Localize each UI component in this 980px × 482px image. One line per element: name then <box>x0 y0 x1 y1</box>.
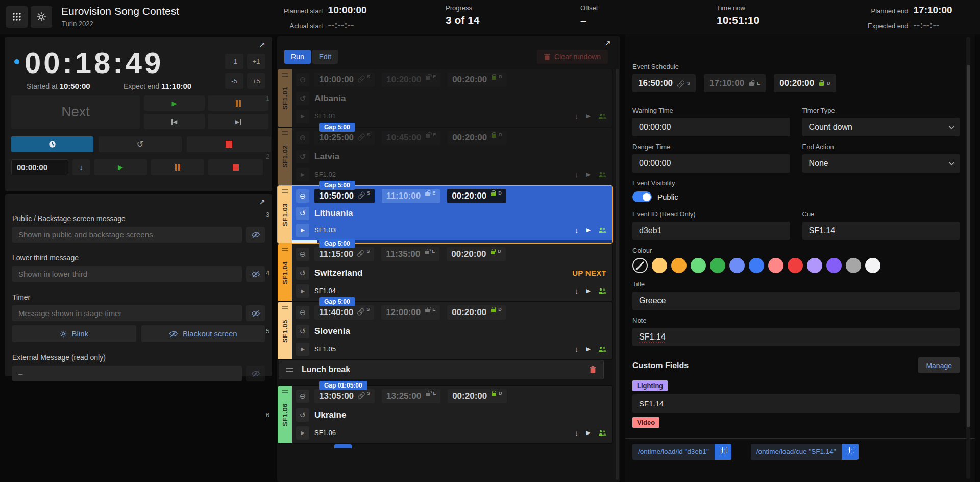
load-next-icon[interactable]: ↓ <box>575 345 579 353</box>
timer-message-input[interactable] <box>12 305 242 321</box>
event-duration[interactable]: 00:20:00D <box>447 247 506 261</box>
event-end-time[interactable]: 11:35:00E <box>381 247 439 261</box>
event-slovenia[interactable]: SF1.05 ⊖ 11:40:00S 12:00:00E 00:20:00D ↺… <box>277 302 613 360</box>
settings-button[interactable] <box>31 6 52 28</box>
note-input[interactable]: SF1.14 <box>632 328 960 346</box>
schedule-end-field[interactable]: 17:10:00E <box>704 74 766 92</box>
load-event-button[interactable]: ▶ <box>296 168 309 181</box>
expand-message-panel-icon[interactable]: ↗ <box>259 198 265 207</box>
reload-event-button[interactable]: ↺ <box>296 150 309 163</box>
swatch-colour[interactable] <box>729 258 745 273</box>
pause-button[interactable] <box>208 95 268 111</box>
event-lithuania-active[interactable]: SF1.03 ⊖ 10:50:00S 11:10:00E 00:20:00D ↺… <box>277 185 613 244</box>
external-message-visibility-button[interactable] <box>246 366 265 381</box>
tab-edit[interactable]: Edit <box>312 50 338 64</box>
collapse-event-button[interactable]: ⊖ <box>296 306 309 319</box>
load-event-button[interactable]: ▶ <box>296 224 309 237</box>
swatch-colour[interactable] <box>749 258 764 273</box>
event-end-time[interactable]: 10:20:00E <box>382 73 440 87</box>
event-drag-strip[interactable]: SF1.02 <box>278 128 292 185</box>
reload-event-button[interactable]: ↺ <box>296 325 309 338</box>
event-start-time[interactable]: 11:40:00S <box>314 305 374 320</box>
event-drag-strip[interactable]: SF1.01 <box>278 69 292 127</box>
swatch-colour[interactable] <box>807 258 822 273</box>
start-event-icon[interactable]: ▶ <box>586 287 591 294</box>
manage-custom-fields-button[interactable]: Manage <box>918 357 960 373</box>
event-start-time[interactable]: 10:50:00S <box>314 189 375 203</box>
event-duration[interactable]: 00:20:00D <box>448 131 507 145</box>
start-event-icon[interactable]: ▶ <box>586 429 591 436</box>
blink-button[interactable]: Blink <box>12 325 136 342</box>
start-event-icon[interactable]: ▶ <box>586 227 591 233</box>
event-switzerland[interactable]: SF1.04 ⊖ 11:15:00S 11:35:00E 00:20:00D ↺… <box>277 244 613 302</box>
block-lunch-break[interactable]: Lunch break <box>279 360 604 379</box>
reload-event-button[interactable]: ↺ <box>296 267 309 280</box>
load-next-icon[interactable]: ↓ <box>575 226 579 234</box>
rundown-scrollbar[interactable] <box>616 69 619 480</box>
clock-mode-button[interactable] <box>11 136 93 152</box>
copy-button[interactable] <box>842 444 859 460</box>
timer-message-visibility-button[interactable] <box>246 305 265 321</box>
event-ukraine[interactable]: SF1.06 ⊖ 13:05:00S 13:25:00E 00:20:00D ↺… <box>277 385 613 444</box>
cue-input[interactable]: SF1.14 <box>802 222 960 240</box>
event-end-time[interactable]: 11:10:00E <box>382 189 440 203</box>
aux-direction-button[interactable]: ↓ <box>72 159 90 175</box>
blackout-screen-button[interactable]: Blackout screen <box>141 325 265 342</box>
public-message-visibility-button[interactable] <box>246 227 265 243</box>
swatch-colour[interactable] <box>710 258 725 273</box>
load-next-icon[interactable]: ↓ <box>575 286 579 295</box>
start-event-icon[interactable]: ▶ <box>586 113 591 119</box>
lower-third-input[interactable] <box>12 266 242 282</box>
reload-event-button[interactable]: ↺ <box>296 207 309 220</box>
next-event-button[interactable]: Next <box>11 95 140 129</box>
swatch-colour[interactable] <box>671 258 687 273</box>
drag-handle-icon[interactable] <box>286 368 293 372</box>
custom-field-lighting-input[interactable]: SF1.14 <box>632 394 960 413</box>
load-next-icon[interactable]: ↓ <box>575 428 579 437</box>
load-event-button[interactable]: ▶ <box>296 110 309 123</box>
reload-event-button[interactable]: ↺ <box>296 92 309 105</box>
event-duration[interactable]: 00:20:00D <box>448 389 507 403</box>
event-drag-strip[interactable]: SF1.04 <box>278 244 292 301</box>
swatch-colour[interactable] <box>865 258 880 273</box>
copy-button[interactable] <box>715 444 731 460</box>
schedule-start-field[interactable]: 16:50:00S <box>632 74 696 92</box>
event-start-time[interactable]: 11:15:00S <box>314 247 374 261</box>
event-drag-strip[interactable]: SF1.03 <box>278 186 292 243</box>
aux-play-button[interactable]: ▶ <box>94 159 147 175</box>
swatch-colour[interactable] <box>691 258 706 273</box>
collapse-event-button[interactable]: ⊖ <box>296 73 309 86</box>
minus-5-button[interactable]: -5 <box>225 73 243 89</box>
event-start-time[interactable]: 10:00:00S <box>314 73 375 87</box>
load-next-icon[interactable]: ↓ <box>575 112 579 120</box>
aux-pause-button[interactable] <box>151 159 204 175</box>
warning-time-input[interactable]: 00:00:00 <box>632 118 790 136</box>
collapse-event-button[interactable]: ⊖ <box>296 390 309 403</box>
apps-menu-button[interactable] <box>6 6 28 28</box>
lower-third-visibility-button[interactable] <box>246 266 265 282</box>
collapse-event-button[interactable]: ⊖ <box>296 131 309 144</box>
title-input[interactable]: Greece <box>632 292 960 310</box>
reload-button[interactable]: ↺ <box>99 136 182 152</box>
skip-previous-button[interactable]: ◀ <box>144 114 205 129</box>
editor-scrollbar[interactable] <box>966 37 970 479</box>
end-action-select[interactable]: None <box>802 154 960 173</box>
load-next-icon[interactable]: ↓ <box>575 170 579 179</box>
event-duration[interactable]: 00:20:00D <box>447 305 506 320</box>
event-duration[interactable]: 00:20:00D <box>448 73 507 87</box>
event-albania[interactable]: SF1.01 ⊖ 10:00:00S 10:20:00E 00:20:00D ↺… <box>277 69 613 127</box>
event-drag-strip[interactable]: SF1.05 <box>278 302 292 359</box>
expand-rundown-icon[interactable]: ↗ <box>604 39 611 48</box>
schedule-duration-field[interactable]: 00:20:00D <box>774 74 836 92</box>
collapse-event-button[interactable]: ⊖ <box>296 248 309 261</box>
danger-time-input[interactable]: 00:00:00 <box>632 154 790 173</box>
event-end-time[interactable]: 13:25:00E <box>382 389 440 403</box>
swatch-colour[interactable] <box>652 258 667 273</box>
start-event-icon[interactable]: ▶ <box>586 346 591 352</box>
aux-stop-button[interactable] <box>208 159 263 175</box>
event-end-time[interactable]: 10:45:00E <box>382 131 440 145</box>
expand-timer-panel-icon[interactable]: ↗ <box>259 40 265 50</box>
timer-type-select[interactable]: Count down <box>802 118 960 136</box>
osc-load-cue-chip[interactable]: /ontime/load/cue "SF1.14" <box>751 444 859 460</box>
swatch-no-colour[interactable] <box>632 258 648 273</box>
